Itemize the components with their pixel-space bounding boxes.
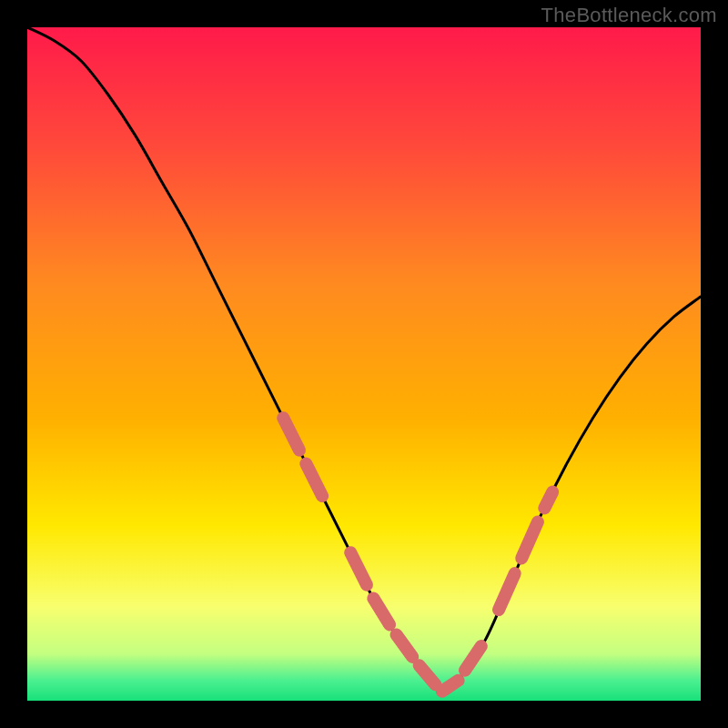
watermark-text: TheBottleneck.com	[541, 4, 717, 27]
chart-container: TheBottleneck.com	[0, 0, 728, 728]
chart-svg	[27, 27, 701, 701]
plot-area	[27, 27, 701, 701]
gradient-background	[27, 27, 701, 701]
highlight-pill	[442, 681, 459, 692]
highlight-pill	[544, 492, 552, 509]
